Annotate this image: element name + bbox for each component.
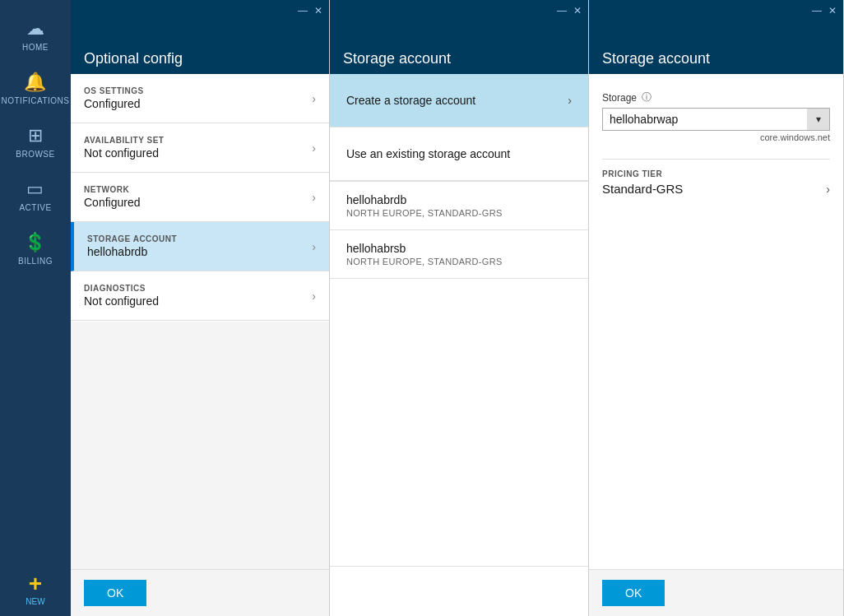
menu-item-os-settings[interactable]: OS SETTINGS Configured › (71, 74, 329, 123)
menu-item-storage-account[interactable]: STORAGE ACCOUNT hellohabrdb › (71, 222, 329, 271)
panel2-minimize[interactable]: — (557, 5, 567, 16)
panel3-ok-button[interactable]: OK (602, 580, 665, 606)
panel1-ok-button[interactable]: OK (84, 580, 146, 606)
menu-item-availability-set[interactable]: AVAILABILITY SET Not configured › (71, 123, 329, 173)
storage-dropdown-arrow[interactable]: ▾ (807, 108, 830, 131)
panel2-title: Storage account (343, 50, 575, 67)
new-plus-icon: + (29, 571, 42, 597)
storage-account-hellohabrdb[interactable]: hellohabrdb NORTH EUROPE, STANDARD-GRS (330, 182, 588, 230)
sidebar-item-home[interactable]: ☁ HOME (0, 8, 71, 62)
storage-subdomain: core.windows.net (602, 132, 830, 142)
storage-info-icon[interactable]: ⓘ (642, 90, 652, 104)
panel-storage-account-right: — ✕ Storage account Storage ⓘ ▾ core.win… (589, 0, 844, 616)
sidebar-item-active[interactable]: ▭ ACTIVE (0, 169, 71, 222)
panel3-minimize[interactable]: — (812, 5, 822, 16)
panel1-close[interactable]: ✕ (314, 5, 322, 16)
panel3-header: — ✕ Storage account (589, 0, 843, 74)
sidebar-item-notifications[interactable]: 🔔 NOTIFICATIONS (0, 62, 71, 115)
sidebar-item-browse[interactable]: ⊞ BROWSE (0, 115, 71, 169)
panel3-title: Storage account (602, 50, 830, 67)
panel1-menu-list: OS SETTINGS Configured › AVAILABILITY SE… (71, 74, 329, 322)
storage-form: Storage ⓘ ▾ core.windows.net PRICING TIE… (589, 74, 843, 212)
panel1-title: Optional config (84, 50, 316, 67)
menu-item-diagnostics[interactable]: DIAGNOSTICS Not configured › (71, 271, 329, 321)
pricing-tier-row[interactable]: Standard-GRS › (602, 182, 830, 196)
dropdown-chevron-icon: ▾ (816, 113, 821, 125)
panel1-footer: OK (71, 569, 329, 616)
panel2-footer-space (330, 567, 588, 616)
panel2-window-controls: — ✕ (557, 5, 582, 16)
panel1-header: — ✕ Optional config (71, 0, 329, 74)
panel3-footer: OK (589, 569, 843, 616)
panel1-window-controls: — ✕ (298, 5, 322, 16)
browse-icon: ⊞ (28, 125, 44, 146)
panel1-minimize[interactable]: — (298, 5, 308, 16)
network-arrow: › (312, 191, 316, 204)
storage-input[interactable] (602, 108, 830, 131)
create-storage-option[interactable]: Create a storage account › (330, 74, 588, 127)
panel2-header: — ✕ Storage account (330, 0, 588, 74)
menu-item-network[interactable]: NETWORK Configured › (71, 173, 329, 222)
storage-account-arrow: › (312, 240, 316, 253)
sidebar-item-billing[interactable]: 💲 BILLING (0, 222, 71, 276)
notifications-icon: 🔔 (24, 72, 47, 93)
panel-optional-config: — ✕ Optional config OS SETTINGS Configur… (71, 0, 330, 616)
home-icon: ☁ (26, 18, 45, 39)
storage-field-label: Storage ⓘ (602, 90, 830, 104)
pricing-tier-arrow[interactable]: › (826, 183, 830, 196)
use-existing-storage-option[interactable]: Use an existing storage account (330, 127, 588, 181)
active-icon: ▭ (26, 178, 44, 200)
sidebar: ☁ HOME 🔔 NOTIFICATIONS ⊞ BROWSE ▭ ACTIVE… (0, 0, 71, 616)
pricing-tier-section: PRICING TIER Standard-GRS › (602, 159, 830, 196)
panel2-close[interactable]: ✕ (573, 5, 582, 16)
storage-input-wrap: ▾ (602, 108, 830, 131)
panel3-window-controls: — ✕ (812, 5, 837, 16)
create-storage-arrow: › (568, 94, 572, 107)
panels-container: — ✕ Optional config OS SETTINGS Configur… (71, 0, 844, 616)
os-settings-arrow: › (312, 92, 316, 105)
sidebar-item-new[interactable]: + NEW (0, 561, 71, 616)
panel-storage-account-middle: — ✕ Storage account Create a storage acc… (330, 0, 589, 616)
panel3-close[interactable]: ✕ (828, 5, 837, 16)
billing-icon: 💲 (24, 232, 47, 253)
menu-item-endpoints[interactable]: ENDPOINTS Not configured › (71, 321, 329, 322)
storage-account-hellohabrsb[interactable]: hellohabrsb NORTH EUROPE, STANDARD-GRS (330, 230, 588, 279)
availability-set-arrow: › (312, 141, 316, 155)
diagnostics-arrow: › (312, 289, 316, 303)
